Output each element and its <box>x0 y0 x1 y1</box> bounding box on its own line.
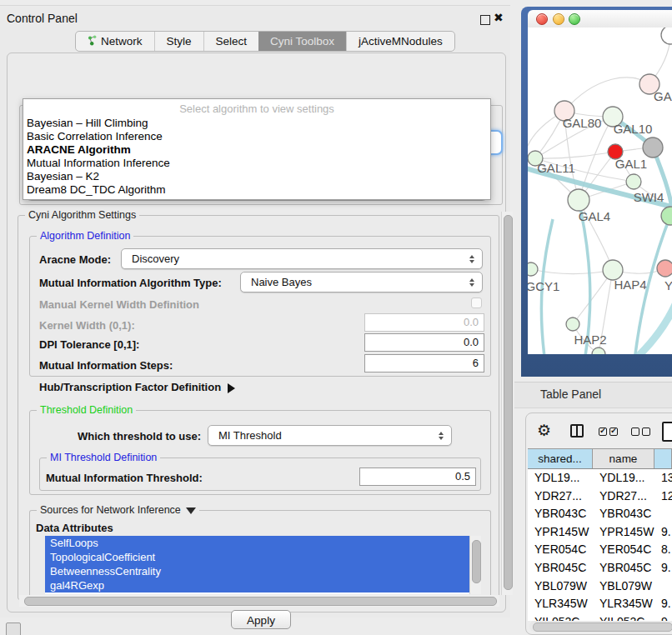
network-node-hap2[interactable] <box>566 318 579 331</box>
table-cell: YBL079W <box>593 578 654 596</box>
tab-select[interactable]: Select <box>203 32 259 51</box>
network-node[interactable] <box>643 138 663 158</box>
table-row[interactable]: YER054CYER054C8. <box>528 541 672 559</box>
application-window: Control Panel ✖ NetworkStyleSelectCyni T… <box>0 0 672 635</box>
table-cell: YER054C <box>593 541 654 559</box>
minimize-traffic-light-icon[interactable] <box>553 13 564 25</box>
table-row[interactable]: YLR345WYLR345W9. <box>528 595 672 613</box>
dropdown-item[interactable]: Basic Correlation Inference <box>23 130 490 143</box>
aracne-mode-value: Discovery <box>132 252 179 265</box>
table-cell: 9 <box>654 613 672 621</box>
attribute-list-item[interactable]: TopologicalCoefficient <box>45 550 469 564</box>
data-attributes-label: Data Attributes <box>36 522 113 534</box>
mi-threshold-group-label: MI Threshold Definition <box>47 452 160 463</box>
network-node[interactable] <box>661 207 672 225</box>
expand-right-icon <box>228 383 235 393</box>
attribute-list-scrollbar[interactable] <box>469 536 481 594</box>
scrollbar-thumb[interactable] <box>504 215 513 590</box>
table-row[interactable]: YBR043CYBR043C <box>528 505 672 523</box>
mi-type-combo[interactable]: Naive Bayes <box>240 272 483 292</box>
column-header-extra[interactable] <box>654 449 672 468</box>
scrollbar-thumb[interactable] <box>24 597 497 606</box>
close-traffic-light-icon[interactable] <box>536 13 548 25</box>
table-cell: 9. <box>654 523 672 542</box>
close-icon[interactable]: ✖ <box>494 11 504 24</box>
node-label: Y <box>664 278 672 292</box>
mi-threshold-label: Mutual Information Threshold: <box>46 472 203 484</box>
which-threshold-value: MI Threshold <box>218 429 282 442</box>
tab-label: jActiveMNodules <box>359 35 443 48</box>
collapse-down-icon <box>186 508 196 514</box>
network-window-titlebar[interactable] <box>528 10 672 28</box>
manual-kernel-checkbox[interactable] <box>471 298 482 308</box>
table-cell: YPR145W <box>528 523 593 542</box>
network-node-y[interactable] <box>657 260 672 277</box>
collapsed-panel-button[interactable] <box>6 622 21 635</box>
network-node-gal4[interactable] <box>568 189 589 211</box>
dropdown-item[interactable]: Dream8 DC_TDC Algorithm <box>23 183 490 197</box>
network-node[interactable] <box>592 348 605 354</box>
columns-icon[interactable] <box>570 424 584 438</box>
dpi-tolerance-field[interactable]: 0.0 <box>364 333 484 352</box>
dropdown-item[interactable]: Bayesian – K2 <box>23 170 490 183</box>
mi-threshold-field[interactable]: 0.5 <box>359 468 476 486</box>
tab-style[interactable]: Style <box>154 32 203 51</box>
control-panel-title: Control Panel <box>7 12 78 25</box>
table-row[interactable]: YBR045CYBR045C9. <box>528 559 672 578</box>
select-all-checkbox-icon[interactable]: ✔ <box>609 428 618 436</box>
aracne-mode-combo[interactable]: Discovery <box>121 248 483 269</box>
algorithm-dropdown-popup: Select algorithm to view settings Bayesi… <box>23 98 491 200</box>
table-row[interactable]: YDR27...YDR27...12 <box>528 488 672 506</box>
dropdown-item[interactable]: Bayesian – Hill Climbing <box>23 117 490 130</box>
apply-button[interactable]: Apply <box>231 610 291 629</box>
tab-jactivemnodules[interactable]: jActiveMNodules <box>346 32 454 51</box>
table-cell <box>654 578 672 596</box>
node-label: GAL4 <box>579 209 610 223</box>
mi-steps-field[interactable]: 6 <box>364 354 484 372</box>
stepper-icon <box>469 255 474 263</box>
aracne-mode-label: Aracne Mode: <box>39 253 111 266</box>
table-row[interactable]: YBL079WYBL079W <box>528 578 672 596</box>
data-attributes-list[interactable]: SelfLoopsTopologicalCoefficientBetweenne… <box>45 536 469 594</box>
attribute-list-item[interactable]: gal4RGexp <box>45 578 469 592</box>
hub-definition-label: Hub/Transcription Factor Definition <box>39 381 221 393</box>
network-node[interactable] <box>661 28 672 44</box>
table-row[interactable]: YPR145WYPR145W9. <box>528 523 672 542</box>
table-body[interactable]: YDL19...YDL19...13YDR27...YDR27...12YBR0… <box>528 469 672 621</box>
settings-horizontal-scrollbar[interactable] <box>19 595 499 607</box>
table-icon[interactable] <box>662 422 672 442</box>
node-label: GAL80 <box>563 116 602 130</box>
deselect-all-checkbox-icon[interactable] <box>631 428 639 436</box>
dropdown-item[interactable]: ARACNE Algorithm <box>23 143 490 157</box>
table-horizontal-scrollbar[interactable] <box>529 621 669 632</box>
dropdown-placeholder: Select algorithm to view settings <box>23 101 490 117</box>
scrollbar-thumb[interactable] <box>533 622 672 632</box>
zoom-traffic-light-icon[interactable] <box>569 13 580 25</box>
attribute-list-item[interactable]: BetweennessCentrality <box>45 564 469 578</box>
control-panel-content: galFiltered.sif default node Select algo… <box>7 52 506 612</box>
tab-cyni-toolbox[interactable]: Cyni Toolbox <box>258 32 346 51</box>
table-row[interactable]: YIL052CYIL052C9 <box>528 613 672 621</box>
table-header-row: shared... name <box>528 448 672 469</box>
dropdown-item[interactable]: Mutual Information Inference <box>23 157 490 170</box>
which-threshold-combo[interactable]: MI Threshold <box>208 425 452 446</box>
network-canvas[interactable]: GALGAL80GAL10GAL1GAL11SWI4GAL4GCY1HAP4YH… <box>528 28 672 354</box>
gear-icon[interactable]: ⚙ <box>537 421 551 441</box>
deselect-all-checkbox-icon[interactable] <box>642 428 650 436</box>
attribute-list-item[interactable]: SelfLoops <box>45 536 469 550</box>
dpi-tolerance-label: DPI Tolerance [0,1]: <box>39 338 139 351</box>
settings-vertical-scrollbar[interactable] <box>501 212 513 595</box>
column-header-name[interactable]: name <box>593 449 654 468</box>
network-node-gal1[interactable] <box>626 174 641 189</box>
table-cell: YDR27... <box>528 488 593 506</box>
mi-type-label: Mutual Information Algorithm Type: <box>39 277 222 289</box>
hub-definition-toggle[interactable]: Hub/Transcription Factor Definition <box>39 381 235 393</box>
kernel-width-field[interactable]: 0.0 <box>364 313 484 332</box>
scrollbar-thumb[interactable] <box>472 540 481 583</box>
select-all-checkbox-icon[interactable]: ✔ <box>599 428 607 436</box>
network-node-gcy1[interactable] <box>528 262 538 276</box>
table-row[interactable]: YDL19...YDL19...13 <box>528 469 672 488</box>
float-window-icon[interactable] <box>480 15 490 25</box>
tab-network[interactable]: Network <box>76 32 154 51</box>
column-header-shared-name[interactable]: shared... <box>528 449 593 468</box>
